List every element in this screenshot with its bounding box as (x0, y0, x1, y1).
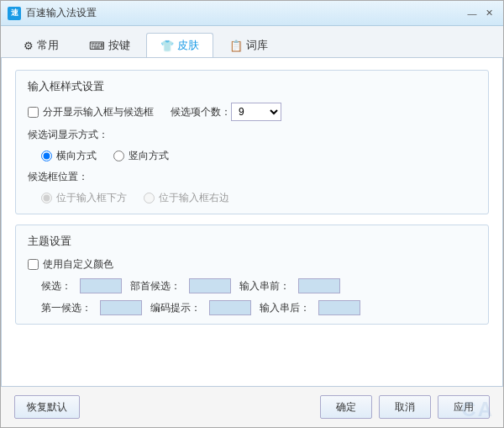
display-mode-row: 候选词显示方式： (28, 128, 476, 142)
window-title: 百速输入法设置 (26, 6, 465, 20)
count-select[interactable]: 9 5 6 7 8 10 (231, 103, 281, 121)
skin-icon: 👕 (160, 40, 174, 52)
theme-section-title: 主题设置 (28, 234, 476, 249)
radio-below-label[interactable]: 位于输入框下方 (41, 191, 127, 205)
radio-group-position: 位于输入框下方 位于输入框右边 (41, 191, 229, 205)
radio-vertical-label[interactable]: 竖向方式 (113, 149, 169, 163)
cancel-button[interactable]: 取消 (379, 395, 431, 419)
custom-color-checkbox[interactable] (28, 259, 39, 270)
radio-below[interactable] (41, 193, 52, 203)
tab-common-label: 常用 (37, 38, 59, 53)
code-hint-label: 编码提示： (150, 301, 201, 315)
footer-right: 确定 取消 应用 (320, 395, 490, 419)
radical-candidate-color-swatch[interactable] (189, 278, 231, 293)
split-checkbox-label[interactable]: 分开显示输入框与候选框 (28, 105, 154, 119)
display-mode-radios: 横向方式 竖向方式 (41, 149, 476, 163)
footer: 恢复默认 确定 取消 应用 (1, 387, 503, 427)
restore-button[interactable]: 恢复默认 (14, 395, 80, 419)
first-candidate-color-swatch[interactable] (100, 300, 142, 315)
radio-horizontal-label[interactable]: 横向方式 (41, 149, 97, 163)
app-icon: 速 (8, 7, 21, 20)
first-candidate-label: 第一候选： (41, 301, 92, 315)
custom-color-label[interactable]: 使用自定义颜色 (28, 257, 113, 272)
close-button[interactable]: ✕ (481, 7, 496, 20)
radio-horizontal[interactable] (41, 151, 52, 161)
apply-button[interactable]: 应用 (438, 395, 490, 419)
radio-right-label[interactable]: 位于输入框右边 (144, 191, 229, 205)
tab-dict[interactable]: 📋 词库 (215, 33, 282, 57)
position-radios: 位于输入框下方 位于输入框右边 (41, 191, 476, 205)
tab-keys[interactable]: ⌨ 按键 (75, 33, 144, 57)
input-before-label: 输入串前： (239, 279, 290, 293)
count-label: 候选项个数： (171, 105, 231, 119)
title-bar: 速 百速输入法设置 — ✕ (1, 1, 503, 26)
color-row-1: 候选： 部首候选： 输入串前： (41, 278, 476, 293)
main-window: 速 百速输入法设置 — ✕ ⚙ 常用 ⌨ 按键 👕 皮肤 📋 词库 输入框样式设… (0, 0, 504, 428)
tab-keys-label: 按键 (108, 38, 130, 53)
input-after-color-swatch[interactable] (318, 300, 360, 315)
common-icon: ⚙ (24, 40, 34, 52)
custom-color-row: 使用自定义颜色 (28, 257, 476, 272)
position-row: 候选框位置： (28, 170, 476, 184)
radio-group-display: 横向方式 竖向方式 (41, 149, 169, 163)
theme-section: 主题设置 使用自定义颜色 候选： 部首候选： 输入串前： 第一候选： (15, 225, 489, 325)
position-label: 候选框位置： (28, 170, 88, 184)
input-section-title: 输入框样式设置 (28, 79, 476, 94)
input-after-label: 输入串后： (260, 301, 310, 315)
radio-vertical[interactable] (113, 151, 124, 161)
tab-skin[interactable]: 👕 皮肤 (146, 33, 213, 57)
tab-skin-label: 皮肤 (177, 38, 199, 53)
split-row: 分开显示输入框与候选框 候选项个数： 9 5 6 7 8 10 (28, 103, 476, 121)
candidate-label: 候选： (41, 279, 71, 293)
split-checkbox[interactable] (28, 107, 39, 118)
minimize-button[interactable]: — (465, 7, 480, 20)
code-hint-color-swatch[interactable] (209, 300, 251, 315)
radio-right[interactable] (144, 193, 155, 203)
radical-candidate-label: 部首候选： (130, 279, 181, 293)
input-section: 输入框样式设置 分开显示输入框与候选框 候选项个数： 9 5 6 7 8 10 (15, 70, 489, 214)
input-before-color-swatch[interactable] (298, 278, 340, 293)
candidate-color-swatch[interactable] (80, 278, 122, 293)
window-controls: — ✕ (465, 7, 496, 20)
tab-dict-label: 词库 (246, 38, 268, 53)
keys-icon: ⌨ (89, 40, 105, 52)
dict-icon: 📋 (229, 40, 243, 52)
color-row-2: 第一候选： 编码提示： 输入串后： (41, 300, 476, 315)
ok-button[interactable]: 确定 (320, 395, 372, 419)
tab-common[interactable]: ⚙ 常用 (9, 33, 73, 57)
display-mode-label: 候选词显示方式： (28, 128, 108, 142)
main-content: 输入框样式设置 分开显示输入框与候选框 候选项个数： 9 5 6 7 8 10 (1, 58, 503, 387)
tab-bar: ⚙ 常用 ⌨ 按键 👕 皮肤 📋 词库 (1, 26, 503, 58)
